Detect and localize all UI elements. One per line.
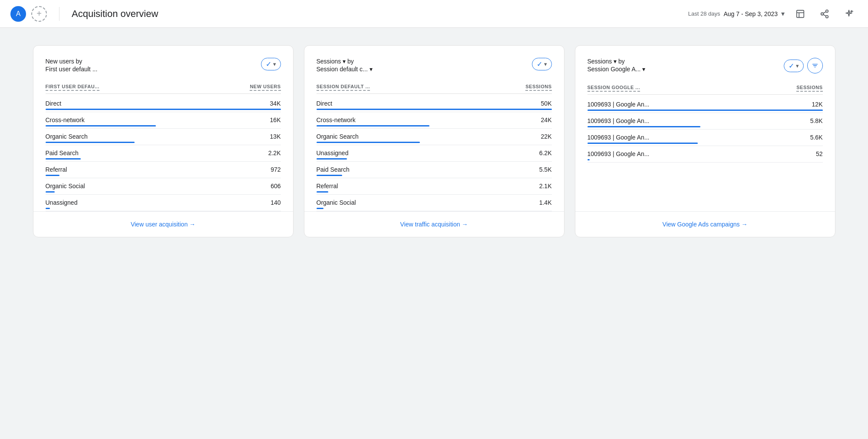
table-header-row-1: SESSION DEFAULT ...SESSIONS (317, 81, 552, 94)
bar (46, 125, 156, 126)
table-row[interactable]: 1009693 | Google An...5.8K (587, 113, 823, 130)
share-icon-button[interactable] (816, 5, 833, 23)
card-footer-2: View Google Ads campaigns → (575, 211, 835, 237)
check-btn-1[interactable]: ✓ ▾ (532, 58, 552, 70)
table-row[interactable]: Organic Social606 (46, 178, 281, 195)
app-header: A + Acquisition overview Last 28 days Au… (0, 0, 868, 28)
table-row[interactable]: Organic Search13K (46, 129, 281, 145)
new-users-card: New users byFirst user default ... ✓ ▾ F… (33, 45, 294, 237)
table-row[interactable]: Referral972 (46, 162, 281, 178)
table-row[interactable]: 1009693 | Google An...12K (587, 96, 823, 113)
table-row-data-0: Direct34K (46, 100, 281, 107)
table-row[interactable]: Direct50K (317, 96, 552, 112)
table-row-data-2: 1009693 | Google An...5.6K (587, 134, 823, 141)
add-button[interactable]: + (31, 6, 47, 22)
col-right-header-0: NEW USERS (250, 84, 281, 91)
bar (46, 142, 135, 143)
card-title-block-0: New users byFirst user default ... (46, 58, 98, 73)
check-dropdown-arrow: ▾ (796, 63, 799, 69)
svg-point-4 (821, 13, 824, 15)
check-icon: ✓ (266, 60, 271, 68)
view-link-0[interactable]: View user acquisition → (131, 221, 195, 228)
row-value: 5.5K (539, 166, 552, 173)
bar (46, 175, 60, 176)
table-row[interactable]: Direct34K (46, 96, 281, 112)
row-value: 52 (816, 150, 823, 157)
bar (317, 191, 328, 193)
header-right: Last 28 days Aug 7 - Sep 3, 2023 ▾ (688, 5, 858, 23)
svg-point-3 (826, 10, 828, 12)
card-footer-1: View traffic acquisition → (304, 211, 564, 237)
bar (587, 143, 698, 144)
check-dropdown-arrow: ▾ (544, 61, 547, 67)
bar-container (317, 175, 552, 176)
check-btn-2[interactable]: ✓ ▾ (784, 60, 804, 72)
bar (317, 208, 323, 209)
avatar[interactable]: A (10, 6, 26, 22)
sessions-google-ads-card: Sessions ▾ bySession Google A... ▾ ✓ ▾ S… (575, 45, 835, 237)
bar-container (317, 142, 552, 143)
card-title-row2-1[interactable]: Session default c... ▾ (317, 66, 373, 73)
row-value: 13K (270, 133, 281, 140)
row-label: Unassigned (317, 150, 349, 156)
page-title: Acquisition overview (72, 8, 158, 20)
row-label: Organic Search (317, 133, 359, 140)
sparkle-icon-button[interactable] (840, 5, 858, 23)
card-header-1: Sessions ▾ bySession default c... ▾ ✓ ▾ (317, 58, 552, 73)
table-row[interactable]: Referral2.1K (317, 178, 552, 195)
row-label: Organic Search (46, 133, 88, 140)
filter-btn-2[interactable] (807, 58, 823, 73)
check-icon: ✓ (789, 62, 794, 70)
view-link-2[interactable]: View Google Ads campaigns → (663, 221, 748, 228)
row-value: 22K (541, 133, 552, 140)
row-value: 972 (271, 166, 281, 173)
bar-container (46, 208, 281, 209)
table-row[interactable]: Paid Search2.2K (46, 145, 281, 162)
date-label: Last 28 days (688, 10, 720, 17)
table-row-data-6: Organic Social1.4K (317, 199, 552, 206)
svg-line-6 (823, 14, 826, 16)
table-row[interactable]: 1009693 | Google An...5.6K (587, 130, 823, 146)
card-title-row2-0[interactable]: First user default ... (46, 66, 98, 73)
row-label: Paid Search (317, 166, 350, 173)
row-label: Cross-network (46, 116, 85, 123)
table-row[interactable]: Paid Search5.5K (317, 162, 552, 178)
row-label: 1009693 | Google An... (587, 150, 650, 157)
view-link-1[interactable]: View traffic acquisition → (400, 221, 468, 228)
card-title-row2-2[interactable]: Session Google A... ▾ (587, 66, 646, 73)
card-title-row1-0: New users by (46, 58, 98, 65)
card-controls-1: ✓ ▾ (532, 58, 552, 70)
svg-line-7 (823, 11, 826, 13)
card-title-block-2: Sessions ▾ bySession Google A... ▾ (587, 58, 646, 73)
bar (587, 126, 700, 127)
table-row-data-5: Referral2.1K (317, 183, 552, 190)
table-row[interactable]: Organic Search22K (317, 129, 552, 145)
table-row[interactable]: Unassigned140 (46, 195, 281, 211)
card-footer-0: View user acquisition → (33, 211, 293, 237)
bar (46, 158, 81, 160)
table-row-data-0: 1009693 | Google An...12K (587, 101, 823, 108)
card-table-0: FIRST USER DEFAU...NEW USERSDirect34KCro… (46, 81, 281, 211)
table-row-data-1: 1009693 | Google An...5.8K (587, 117, 823, 124)
bar-container (587, 126, 823, 127)
table-row-data-1: Cross-network24K (317, 116, 552, 123)
card-spacer-2 (587, 163, 823, 211)
col-right-header-1: SESSIONS (525, 84, 551, 91)
row-label: Paid Search (46, 150, 79, 156)
chart-icon-button[interactable] (792, 5, 809, 23)
check-btn-0[interactable]: ✓ ▾ (261, 58, 281, 70)
table-row[interactable]: Cross-network16K (46, 112, 281, 129)
main-content: New users byFirst user default ... ✓ ▾ F… (0, 28, 868, 255)
bar-container (317, 109, 552, 110)
card-title-row1-2: Sessions ▾ by (587, 58, 646, 65)
table-row[interactable]: 1009693 | Google An...52 (587, 146, 823, 163)
table-row-data-1: Cross-network16K (46, 116, 281, 123)
table-row[interactable]: Unassigned6.2K (317, 145, 552, 162)
row-label: Organic Social (46, 183, 85, 190)
row-label: 1009693 | Google An... (587, 101, 650, 108)
bar (317, 142, 420, 143)
check-icon: ✓ (537, 60, 542, 68)
table-row[interactable]: Organic Social1.4K (317, 195, 552, 211)
date-range[interactable]: Last 28 days Aug 7 - Sep 3, 2023 ▾ (688, 10, 785, 18)
table-row[interactable]: Cross-network24K (317, 112, 552, 129)
